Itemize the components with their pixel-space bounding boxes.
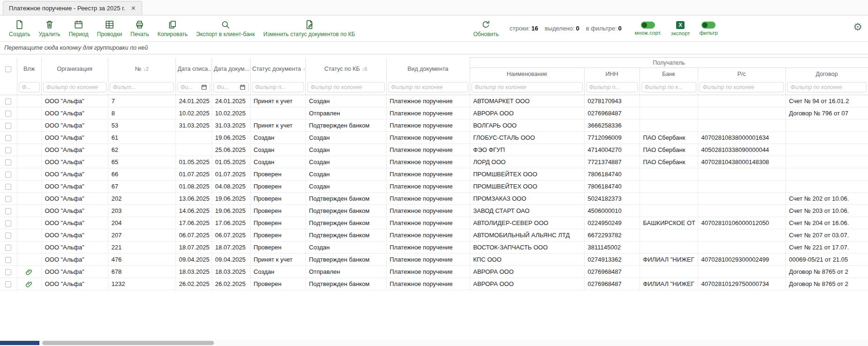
filter-input-vlj[interactable]: Ф... [19, 82, 40, 92]
calendar-icon[interactable] [240, 84, 245, 90]
cell-doc_type: Платежное поручение [386, 205, 470, 217]
multi-sort-toggle[interactable] [641, 22, 655, 29]
table-row[interactable]: ООО "Альфа"47609.04.202509.04.2025Принят… [0, 254, 868, 266]
cell-name: АВРОРА ООО [470, 266, 584, 278]
filter-input-inn[interactable]: Фильтр п... [586, 82, 638, 92]
filter-input-status-doc[interactable]: Фильтр п... [252, 82, 304, 92]
ledger-icon [105, 20, 114, 30]
filter-input-date-doc[interactable]: Фи... [213, 82, 249, 92]
column-header-dogovor[interactable]: Договор [785, 68, 868, 80]
table-row[interactable]: ООО "Альфа"20706.07.202506.07.2025Провер… [0, 229, 868, 241]
print-label: Печать [130, 31, 149, 38]
tab-payment-register[interactable]: Платежное поручение - Реестр за 2025 г. … [3, 1, 142, 15]
calendar-icon[interactable] [201, 84, 207, 90]
filter-input-status-kb[interactable]: Фильтр по колонке [307, 82, 385, 92]
cell-dogovor [785, 120, 868, 132]
cell-dogovor: Счет № 202 от 10.06. [785, 193, 868, 205]
column-header-rs[interactable]: Р/с [698, 68, 785, 80]
excel-export-button[interactable]: X [676, 21, 685, 29]
row-checkbox[interactable] [5, 147, 11, 153]
cell-num: 62 [108, 144, 175, 156]
cell-inn: 3666258336 [584, 120, 640, 132]
create-button[interactable]: Создать [5, 18, 35, 39]
column-header-doc-type[interactable]: Вид документа [386, 58, 470, 80]
postings-label: Проводки [97, 31, 122, 38]
table-row[interactable]: ООО "Альфа"67818.03.202518.03.2025Создан… [0, 266, 868, 278]
export-client-bank-button[interactable]: Экспорт в клиент-банк [192, 18, 259, 39]
row-checkbox[interactable] [5, 257, 11, 263]
filter-toggle-label: фильтр [700, 30, 718, 36]
row-checkbox[interactable] [5, 245, 11, 251]
column-header-name[interactable]: Наименование [470, 68, 584, 80]
row-checkbox[interactable] [5, 281, 11, 287]
filter-input-org[interactable]: Фильтр по колонке [43, 82, 107, 92]
filter-input-name[interactable]: Фильтр по колонке [472, 82, 583, 92]
table-row[interactable]: ООО "Альфа"123226.02.202526.02.2025Прове… [0, 278, 868, 290]
row-checkbox[interactable] [5, 111, 11, 117]
table-row[interactable]: ООО "Альфа"20213.06.202519.06.2025Провер… [0, 193, 868, 205]
filter-input-bank[interactable]: Фильтр по к... [641, 82, 696, 92]
cell-inn: 0276968487 [584, 266, 640, 278]
column-label: Организация [57, 66, 92, 72]
settings-gear-icon[interactable]: ⚙ [853, 22, 862, 32]
row-checkbox[interactable] [5, 123, 11, 129]
row-checkbox[interactable] [5, 98, 11, 105]
filter-input-rs[interactable]: Фильтр по колонке [700, 82, 784, 92]
postings-button[interactable]: Проводки [93, 18, 127, 39]
select-all-checkbox[interactable] [5, 66, 11, 72]
create-label: Создать [9, 31, 30, 38]
table-row[interactable]: ООО "Альфа"724.01.202524.01.2025Принят к… [0, 95, 868, 107]
row-checkbox[interactable] [5, 233, 11, 239]
table-row[interactable]: ООО "Альфа"6501.05.202501.05.2025СозданС… [0, 156, 868, 168]
attachment-cell [17, 205, 41, 217]
table-row[interactable]: ООО "Альфа"5331.03.202531.03.2025Принят … [0, 120, 868, 132]
table-row[interactable]: ООО "Альфа"810.02.202510.02.2025Отправле… [0, 107, 868, 120]
tab-close-icon[interactable]: ✕ [131, 5, 136, 12]
table-row[interactable]: ООО "Альфа"22118.07.202518.07.2025Провер… [0, 241, 868, 254]
column-header-num[interactable]: №↓2 [108, 58, 175, 80]
table-row[interactable]: ООО "Альфа"6701.08.202504.08.2025Провере… [0, 181, 868, 193]
copy-button[interactable]: Копировать [153, 18, 192, 39]
period-button[interactable]: Период [64, 18, 92, 39]
table-row[interactable]: ООО "Альфа"6119.06.2025СозданСозданПлате… [0, 132, 868, 144]
row-checkbox[interactable] [5, 172, 11, 178]
refresh-button[interactable]: Обновить [469, 18, 503, 39]
column-header-inn[interactable]: ИНН [584, 68, 640, 80]
filter-input-num[interactable]: Фильт... [110, 82, 174, 92]
filter-cell-dogovor: Фильтр по колонке [785, 80, 868, 95]
column-header-org[interactable]: Организация [41, 58, 108, 80]
print-button[interactable]: Печать [126, 18, 153, 39]
column-header-status-kb[interactable]: Статус по КБ↓6 [305, 58, 386, 80]
column-header-status-doc[interactable]: Статус документа↑5 [250, 58, 305, 80]
row-checkbox[interactable] [5, 196, 11, 202]
column-label: Влж [23, 66, 35, 72]
column-header-date-doc[interactable]: Дата докум...↓4 [212, 58, 250, 80]
filter-toggle[interactable] [701, 22, 716, 29]
row-checkbox[interactable] [5, 220, 11, 226]
row-checkbox[interactable] [5, 184, 11, 190]
column-header-bank[interactable]: Банк [640, 68, 698, 80]
row-checkbox[interactable] [5, 135, 11, 141]
table-row[interactable]: ООО "Альфа"20417.06.202517.06.2025Провер… [0, 217, 868, 229]
row-checkbox[interactable] [5, 269, 11, 275]
column-label: № [135, 66, 141, 72]
calendar-icon [74, 20, 84, 30]
table-row[interactable]: ООО "Альфа"20314.06.202519.06.2025Провер… [0, 205, 868, 217]
cell-inn: 7712096009 [584, 132, 640, 144]
row-select-cell [0, 168, 17, 181]
scrollbar-thumb[interactable] [42, 341, 214, 345]
table-row[interactable]: ООО "Альфа"6601.07.202501.07.2025Провере… [0, 168, 868, 181]
filter-input-date-off[interactable]: Фи... [177, 82, 210, 92]
delete-button[interactable]: Удалить [35, 18, 65, 39]
table-row[interactable]: ООО "Альфа"6225.06.2025СозданСозданПлате… [0, 144, 868, 156]
change-kb-status-button[interactable]: Изменить статус документов по КБ [259, 18, 359, 39]
column-header-vlj[interactable]: Влж [17, 58, 41, 80]
row-checkbox[interactable] [5, 208, 11, 214]
cell-date_off: 01.05.2025 [175, 156, 212, 168]
filter-input-doc-type[interactable]: Фильтр по колонке [388, 82, 468, 92]
horizontal-scrollbar[interactable] [0, 340, 868, 346]
row-checkbox[interactable] [5, 159, 11, 165]
cell-date_doc: 19.06.2025 [212, 132, 250, 144]
column-header-date-off[interactable]: Дата списа...↓3 [175, 58, 212, 80]
filter-input-dogovor[interactable]: Фильтр по колонке [787, 82, 867, 92]
